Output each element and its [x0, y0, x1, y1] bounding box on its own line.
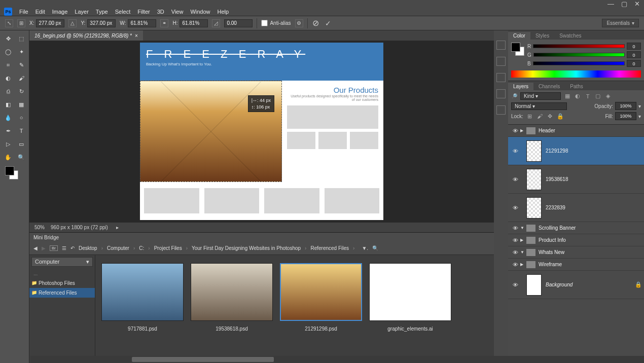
x-field[interactable] — [36, 19, 64, 27]
up-icon[interactable]: ↶ — [70, 245, 75, 251]
menu-filter[interactable]: Filter — [137, 9, 150, 15]
blend-mode-dropdown[interactable]: Normal ▾ — [511, 102, 567, 110]
swap-xy-icon[interactable]: △ — [68, 19, 77, 27]
commit-transform-icon[interactable]: ✓ — [324, 19, 332, 27]
folder-item[interactable]: Photoshop Files — [29, 278, 95, 288]
visibility-icon[interactable]: 👁 — [510, 148, 520, 154]
tab-color[interactable]: Color — [508, 32, 530, 40]
canvas-area[interactable]: F R E E Z E R A Y Backing Up What's Impo… — [29, 41, 494, 222]
g-value[interactable]: 0 — [627, 51, 641, 58]
reference-point-icon[interactable]: ⊞ — [17, 19, 25, 27]
layer-row[interactable]: 👁21291298 — [508, 137, 644, 165]
color-spectrum[interactable] — [511, 70, 641, 78]
eyedropper-tool-icon[interactable]: ✎ — [15, 59, 27, 71]
filter-pixel-icon[interactable]: ▦ — [564, 93, 571, 100]
crumb[interactable]: Project Files — [154, 245, 182, 251]
menu-image[interactable]: Image — [52, 9, 68, 15]
visibility-icon[interactable]: 👁 — [510, 282, 520, 288]
h-scrollbar[interactable] — [30, 356, 644, 363]
thumbnail[interactable]: 19538618.psd — [191, 263, 273, 355]
lock-all-icon[interactable]: 🔒 — [557, 113, 564, 120]
workspace-dropdown[interactable]: Essentials▾ — [602, 19, 639, 27]
kuler-dock-icon[interactable] — [496, 105, 506, 115]
layer-row[interactable]: 👁Background🔒 — [508, 271, 644, 299]
crumb[interactable]: Computer — [107, 245, 129, 251]
layer-row[interactable]: 👁2232839 — [508, 194, 644, 222]
layer-row[interactable]: 👁▶Product Info — [508, 234, 644, 246]
b-slider[interactable] — [533, 61, 625, 65]
type-tool-icon[interactable]: T — [15, 125, 27, 137]
filter-icon[interactable]: ▼. — [362, 245, 368, 251]
tab-paths[interactable]: Paths — [565, 83, 588, 90]
transform-selection[interactable]: |↔: 44 px↕: 106 px — [140, 81, 282, 182]
menu-3d[interactable]: 3D — [157, 9, 164, 15]
tab-layers[interactable]: Layers — [508, 83, 533, 90]
location-dropdown[interactable]: Computer▾ — [31, 257, 93, 267]
eraser-tool-icon[interactable]: ◧ — [2, 98, 14, 111]
document-tab[interactable]: 16_begin.psd @ 50% (21291298, RGB/8) * × — [29, 30, 143, 41]
marquee-tool-icon[interactable]: ⬚ — [15, 32, 27, 45]
antialias-checkbox[interactable] — [261, 20, 268, 26]
crumb[interactable]: Your First Day Designing Websites in Pho… — [192, 245, 301, 251]
layer-row[interactable]: 👁▼Scrolling Banner — [508, 222, 644, 234]
hand-tool-icon[interactable]: ✋ — [2, 151, 14, 163]
link-wh-icon[interactable]: ⚭ — [160, 19, 168, 27]
close-button[interactable]: ✕ — [634, 0, 640, 8]
crumb[interactable]: C: — [139, 245, 144, 251]
history-brush-icon[interactable]: ↻ — [15, 85, 27, 97]
cancel-transform-icon[interactable]: ⊘ — [312, 19, 320, 27]
brush-tool-icon[interactable]: 🖌 — [15, 72, 27, 84]
filter-type-icon[interactable]: T — [584, 93, 591, 100]
visibility-icon[interactable]: 👁 — [510, 262, 520, 268]
crop-tool-icon[interactable]: ⌗ — [2, 59, 14, 71]
path-tool-icon[interactable]: ▷ — [2, 138, 14, 150]
h-field[interactable] — [180, 19, 208, 27]
filter-shape-icon[interactable]: ▢ — [594, 93, 601, 100]
lock-pixel-icon[interactable]: 🖌 — [536, 113, 544, 120]
filter-smart-icon[interactable]: ◈ — [604, 93, 612, 100]
menu-file[interactable]: File — [19, 9, 28, 15]
visibility-icon[interactable]: 👁 — [510, 128, 520, 134]
visibility-icon[interactable]: 👁 — [510, 237, 520, 243]
zoom-level[interactable]: 50% — [34, 225, 45, 230]
layer-row[interactable]: 👁▶Wireframe — [508, 259, 644, 271]
layer-row[interactable]: 👁▼Whats New — [508, 246, 644, 259]
bridge-icon[interactable]: Br — [50, 245, 58, 251]
pen-tool-icon[interactable]: ✒ — [2, 125, 14, 137]
fill-field[interactable] — [615, 112, 636, 120]
menu-layer[interactable]: Layer — [75, 9, 89, 15]
info-dock-icon[interactable] — [496, 73, 506, 82]
transform-tool-icon[interactable]: ⤡ — [5, 19, 13, 27]
lock-trans-icon[interactable]: ⊞ — [526, 113, 533, 120]
nav-fwd-icon[interactable]: ▶ — [42, 245, 46, 251]
minimize-button[interactable]: — — [607, 0, 614, 8]
lasso-tool-icon[interactable]: ◯ — [2, 46, 14, 58]
healing-tool-icon[interactable]: ◐ — [2, 72, 14, 84]
adjustments-dock-icon[interactable] — [496, 89, 506, 98]
warp-icon[interactable]: ⚙ — [295, 19, 303, 27]
shape-tool-icon[interactable]: ▭ — [15, 138, 27, 150]
thumbnail[interactable]: graphic_elements.ai — [369, 263, 451, 355]
w-field[interactable] — [128, 19, 156, 27]
blur-tool-icon[interactable]: 💧 — [2, 112, 14, 124]
menu-type[interactable]: Type — [96, 9, 108, 15]
angle-field[interactable] — [224, 19, 253, 27]
stamp-tool-icon[interactable]: ⎙ — [2, 85, 14, 97]
layer-row[interactable]: 👁19538618 — [508, 165, 644, 194]
zoom-tool-icon[interactable]: 🔍 — [15, 151, 27, 163]
filter-dropdown[interactable]: Kind ▾ — [520, 92, 561, 100]
visibility-icon[interactable]: 👁 — [510, 249, 520, 256]
history-dock-icon[interactable] — [496, 41, 506, 50]
g-slider[interactable] — [533, 53, 625, 57]
r-slider[interactable] — [533, 44, 625, 48]
tab-swatches[interactable]: Swatches — [554, 32, 586, 40]
thumbnail[interactable]: 9717881.psd — [101, 263, 184, 355]
gradient-tool-icon[interactable]: ▦ — [15, 98, 27, 111]
menu-view[interactable]: View — [171, 9, 184, 15]
search-icon[interactable]: 🔍 — [372, 245, 378, 251]
y-field[interactable] — [87, 19, 116, 27]
thumbnail[interactable]: 21291298.psd — [280, 263, 362, 355]
menu-window[interactable]: Window — [190, 9, 210, 15]
r-value[interactable]: 0 — [627, 43, 641, 50]
menu-select[interactable]: Select — [115, 9, 131, 15]
